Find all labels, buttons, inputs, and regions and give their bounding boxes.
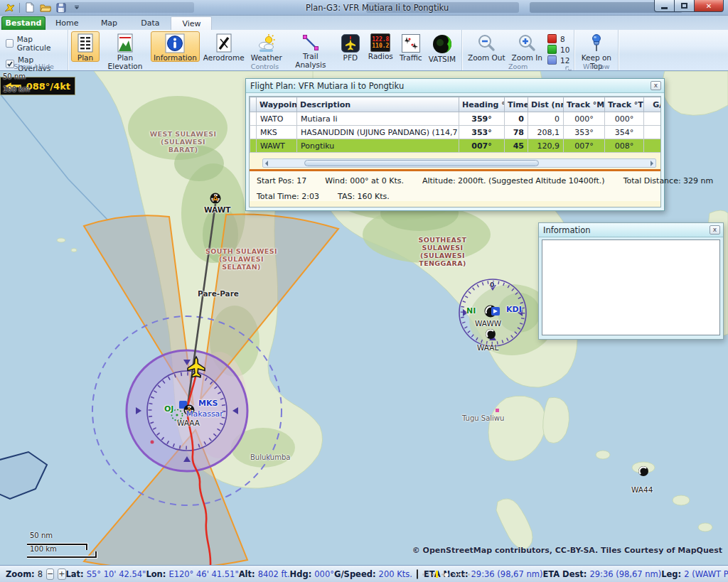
green-square-icon [547, 45, 557, 54]
plan-elevation-button[interactable]: Plan Elevation [100, 31, 150, 62]
flight-plan-row-wawt[interactable]: WAWT Pongtiku 007° 45 120,9 007° 008° [250, 139, 661, 153]
keep-on-top-button[interactable]: Keep on Top [577, 31, 615, 62]
scale-labels-box: 50 nm 100 km [26, 530, 125, 563]
zoom-preset-10[interactable]: 10 [547, 45, 569, 54]
window-controls: ✕ [654, 0, 724, 12]
flight-plan-row-wato[interactable]: WATO Mutiara Ii 359° 0 0 000° 000° [250, 112, 661, 126]
tab-view[interactable]: View [171, 16, 212, 30]
lat-label: Lat: [66, 569, 84, 579]
summary-start-pos: Start Pos: 17 [257, 176, 306, 185]
airport-label-wawt: WAWT [204, 205, 231, 214]
vatsim-icon [432, 33, 453, 55]
zoom-out-button[interactable]: Zoom Out [465, 31, 508, 62]
waal-airport-marker[interactable] [486, 329, 496, 339]
scale-nm-label: 50 nm [3, 72, 26, 80]
flight-plan-row-mks[interactable]: MKS HASANUDDIN (UJUNG PANDANG) (114,7 MH… [250, 126, 661, 139]
compass-north-label: 0 [490, 281, 494, 289]
new-file-icon[interactable] [23, 1, 36, 14]
navaid-label-kdi: KDI [506, 305, 522, 314]
alt-label: Alt: [239, 569, 255, 579]
speed-slider[interactable] [417, 569, 418, 579]
flight-plan-body: Waypoint Description Heading °M Time Dis… [249, 96, 661, 208]
flight-plan-table: Waypoint Description Heading °M Time Dis… [250, 97, 660, 153]
plan-icon [75, 33, 96, 53]
plan-elevation-icon [114, 33, 136, 53]
tab-home[interactable]: Home [46, 16, 88, 30]
zoom-status-label: Zoom: [6, 569, 35, 579]
information-window[interactable]: Information x [538, 222, 724, 340]
weather-icon [256, 33, 277, 53]
aerodrome-icon [213, 33, 235, 53]
tab-bestand[interactable]: Bestand [1, 16, 46, 30]
flight-plan-summary: Start Pos: 17 Wind: 000° at 0 Kts. Altit… [250, 171, 660, 201]
scroll-right-icon[interactable] [651, 161, 653, 166]
qat-separator [19, 3, 20, 13]
background-window-tab [63, 2, 194, 13]
lat-value: S5° 10' 42.54" [87, 569, 146, 579]
close-button[interactable]: ✕ [694, 0, 724, 12]
alt-value: 8402 ft. [258, 569, 290, 579]
slider-handle[interactable] [444, 573, 449, 577]
gspeed-label: G/Speed: [334, 569, 376, 579]
zoom-preset-8[interactable]: 8 [547, 34, 569, 43]
checkbox-unchecked[interactable] [6, 39, 14, 48]
aerodrome-button[interactable]: Aerodrome [200, 31, 247, 62]
flight-plan-titlebar[interactable]: Flight Plan: VFR Mutiara Ii to Pongtiku … [246, 79, 664, 93]
zoom-plus-button[interactable]: + [58, 568, 65, 580]
radios-button[interactable]: 122.8 110.2 Radios [365, 31, 396, 62]
airport-label-wa44: WA44 [631, 485, 653, 494]
leg-label: Leg: [661, 569, 681, 579]
zoom-in-button[interactable]: Zoom In [509, 31, 545, 62]
tab-data[interactable]: Data [129, 16, 171, 30]
zoom-dialog-launcher-icon[interactable] [565, 63, 572, 70]
horizontal-scrollbar[interactable] [262, 158, 656, 168]
scroll-left-icon[interactable] [265, 161, 268, 166]
hdg-value: 000° [314, 569, 334, 579]
plan-g-app: Plan-G3: VFR Mutiara Ii to Pongtiku ✕ Be… [0, 0, 728, 582]
waww-airport-marker[interactable] [485, 306, 500, 318]
hdg-label: Hdg: [290, 569, 312, 579]
scrollbar-thumb[interactable] [304, 160, 539, 166]
eta-dest-label: ETA Dest: [542, 569, 587, 579]
city-label-bulukumba: Bulukumba [250, 453, 290, 461]
row-selector[interactable] [250, 112, 257, 126]
zoom-in-icon [516, 33, 537, 53]
plan-button[interactable]: Plan [71, 31, 100, 62]
flight-plan-window[interactable]: Flight Plan: VFR Mutiara Ii to Pongtiku … [245, 78, 665, 211]
pfd-icon [340, 33, 361, 53]
row-selector[interactable] [250, 126, 257, 139]
zoom-minus-button[interactable]: − [46, 568, 54, 580]
maximize-button[interactable] [675, 0, 694, 12]
summary-total-distance: Total Distance: 329 nm [623, 176, 714, 185]
map-graticule-checkbox[interactable]: Map Graticule [6, 35, 62, 52]
minimize-button[interactable] [654, 0, 675, 12]
tab-map[interactable]: Map [88, 16, 129, 30]
scale-km-label: 100 km [3, 85, 30, 93]
map-canvas[interactable]: 088°/4kt WEST SULAWESI (SULAWESI BARAT) … [0, 71, 728, 565]
information-icon [164, 33, 186, 53]
trail-analysis-button[interactable]: Trail Analysis [286, 31, 336, 62]
lon-value: E120° 46' 41.51" [168, 569, 238, 579]
row-selector[interactable] [250, 139, 257, 153]
red-square-icon [547, 34, 557, 43]
tugu-saliwu-dot [496, 409, 499, 412]
open-folder-icon[interactable] [39, 1, 52, 14]
information-titlebar[interactable]: Information x [539, 223, 723, 237]
navaid-label-ni: NI [466, 306, 476, 316]
wawt-airport-marker[interactable] [210, 193, 221, 204]
city-label-pare-pare: Pare-Pare [198, 289, 239, 298]
summary-total-time: Total Time: 2:03 [257, 192, 319, 201]
weather-button[interactable]: Weather [248, 31, 285, 62]
traffic-button[interactable]: Traffic [397, 31, 425, 62]
vatsim-button[interactable]: VATSIM [426, 31, 459, 62]
information-close-icon[interactable]: x [710, 225, 720, 235]
pfd-button[interactable]: PFD [336, 31, 365, 62]
slider-yellow-mark [436, 571, 438, 578]
region-label-west-sulawesi: WEST SULAWESI (SULAWESI BARAT) [142, 130, 224, 153]
group-show-hide: Map Graticule Map Overlays Show / Hide [0, 30, 68, 70]
flight-plan-close-icon[interactable]: x [651, 81, 661, 90]
information-button[interactable]: Information [151, 31, 200, 62]
region-label-southeast-sulawesi: SOUTHEAST SULAWESI (SULAWESI TENGGARA) [398, 236, 487, 267]
gspeed-value: 200 Kts. [379, 569, 412, 579]
wa44-airport-marker[interactable] [638, 466, 648, 476]
